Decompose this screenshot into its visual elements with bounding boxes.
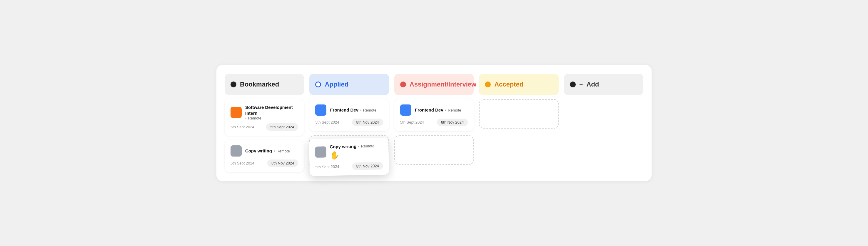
company-logo [400, 104, 411, 116]
title-remote-row: Copy writing Remote [330, 143, 383, 150]
job-title: Copy writing [330, 144, 356, 150]
column-header-bookmarked[interactable]: Bookmarked [225, 74, 304, 95]
column-header-applied[interactable]: Applied [309, 74, 389, 95]
job-remote: Remote [274, 149, 290, 153]
deadline-badge: 8th Nov 2024 [437, 119, 468, 126]
apply-date: 5th Sept 2024 [315, 120, 339, 124]
job-title: Copy writing [245, 148, 272, 154]
title-remote-row: Frontend Dev Remote [415, 107, 461, 113]
company-logo [315, 147, 327, 158]
card-header: Frontend Dev Remote [315, 104, 383, 116]
accepted-label: Accepted [494, 81, 523, 88]
title-remote-row: Frontend Dev Remote [330, 107, 376, 113]
add-dot [570, 82, 576, 87]
title-remote-row: Copy writing Remote [245, 148, 290, 154]
apply-date: 5th Sept 2024 [230, 125, 254, 129]
column-assignment: Assignment/Interview Frontend Dev Remote… [394, 74, 474, 172]
deadline-badge: 8th Nov 2024 [267, 159, 298, 167]
apply-date: 5th Sept 2024 [400, 120, 424, 124]
job-title: Frontend Dev [330, 107, 359, 113]
job-remote: Remote [358, 144, 374, 149]
column-bookmarked: Bookmarked Software DevelopmentIntern Re… [225, 74, 304, 172]
card-header: Copy writing Remote [230, 145, 298, 157]
job-remote: Remote [445, 108, 461, 113]
company-logo [315, 104, 327, 116]
assignment-dot [400, 82, 406, 87]
card-copy-writing-bookmarked[interactable]: Copy writing Remote 5th Sept 2024 8th No… [225, 140, 304, 172]
company-logo [230, 107, 242, 118]
accepted-dot [485, 82, 491, 87]
card-header: Software DevelopmentIntern Remote [230, 104, 298, 120]
card-footer: 5th Sept 2024 8th Nov 2024 [315, 119, 383, 126]
apply-date: 5th Sept 2024 [315, 164, 339, 169]
card-title-area: Software DevelopmentIntern Remote [245, 104, 293, 120]
card-title-area: Copy writing Remote [245, 148, 290, 154]
job-remote: Remote [245, 116, 293, 120]
apply-date: 5th Sept 2024 [230, 161, 254, 165]
job-title: Frontend Dev [415, 107, 443, 113]
card-header: Copy writing Remote ✋ [315, 143, 383, 160]
grab-cursor-icon: ✋ [330, 150, 383, 160]
add-label: Add [586, 81, 599, 88]
card-footer: 5th Sept 2024 8th Nov 2024 [230, 159, 298, 167]
card-title-area: Frontend Dev Remote [330, 107, 376, 113]
column-header-add[interactable]: + Add [564, 74, 643, 95]
drop-placeholder-assignment [394, 135, 474, 165]
deadline-badge: 8th Nov 2024 [352, 162, 383, 170]
column-header-accepted[interactable]: Accepted [479, 74, 558, 95]
card-title-area: Frontend Dev Remote [415, 107, 461, 113]
column-accepted: Accepted [479, 74, 558, 172]
column-applied: Applied Frontend Dev Remote 5th Sept 202… [309, 74, 389, 172]
job-title: Software DevelopmentIntern [245, 104, 293, 116]
card-frontend-dev-applied[interactable]: Frontend Dev Remote 5th Sept 2024 8th No… [309, 99, 389, 131]
card-footer: 5th Sept 2024 8th Nov 2024 [315, 162, 383, 171]
column-add: + Add [564, 74, 643, 172]
card-footer: 5th Sept 2024 5th Sept 2024 [230, 123, 298, 131]
applied-dot [315, 82, 321, 87]
plus-icon: + [579, 81, 583, 88]
bookmarked-dot [230, 82, 237, 87]
dragged-card-copy-writing[interactable]: Copy writing Remote ✋ 5th Sept 2024 8th … [309, 138, 389, 176]
applied-label: Applied [324, 81, 348, 88]
card-header: Frontend Dev Remote [400, 104, 468, 116]
deadline-badge: 8th Nov 2024 [352, 119, 383, 126]
bookmarked-label: Bookmarked [240, 81, 279, 88]
deadline-badge: 5th Sept 2024 [266, 123, 298, 131]
company-logo [230, 145, 242, 157]
card-software-dev-intern[interactable]: Software DevelopmentIntern Remote 5th Se… [225, 99, 304, 136]
card-footer: 5th Sept 2024 8th Nov 2024 [400, 119, 468, 126]
card-title-area: Copy writing Remote ✋ [330, 143, 383, 160]
card-frontend-dev-assignment[interactable]: Frontend Dev Remote 5th Sept 2024 8th No… [394, 99, 474, 131]
job-remote: Remote [360, 108, 376, 113]
drop-placeholder-accepted [479, 99, 558, 129]
assignment-label: Assignment/Interview [410, 81, 476, 88]
kanban-board: Bookmarked Software DevelopmentIntern Re… [216, 65, 652, 181]
drag-area: Copy writing Remote ✋ 5th Sept 2024 8th … [309, 135, 389, 171]
column-header-assignment[interactable]: Assignment/Interview [394, 74, 474, 95]
